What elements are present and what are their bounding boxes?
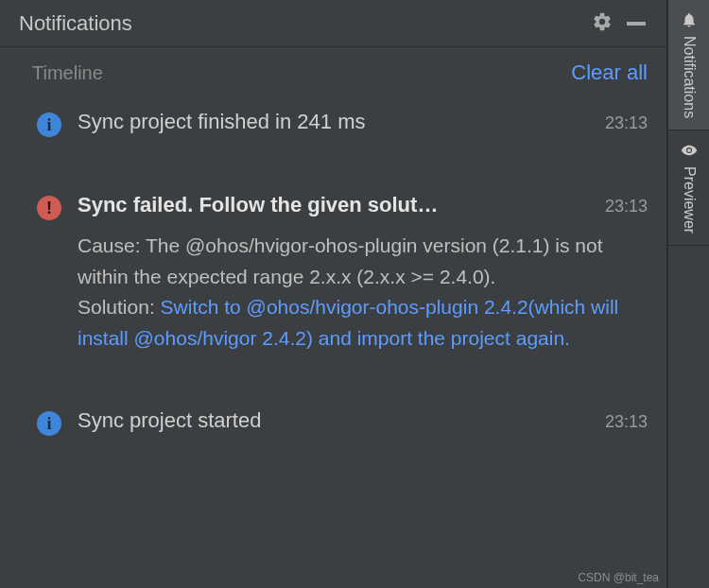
panel-title: Notifications: [19, 11, 581, 36]
rail-tab-notifications[interactable]: Notifications: [668, 0, 709, 130]
timeline-label: Timeline: [32, 62, 571, 84]
solution-label: Solution:: [78, 296, 161, 318]
info-icon: i: [36, 112, 62, 138]
gear-icon: [592, 11, 613, 36]
notification-content: Sync project started 23:13: [78, 408, 648, 433]
error-icon: !: [36, 195, 62, 221]
cause-text: The @ohos/hvigor-ohos-plugin version (2.…: [78, 234, 603, 287]
info-glyph: i: [37, 411, 61, 436]
side-rail: Notifications Previewer: [667, 0, 709, 588]
notification-title: Sync project finished in 241 ms: [78, 110, 596, 134]
cause-label: Cause:: [78, 234, 146, 256]
notifications-list: i Sync project finished in 241 ms 23:13 …: [0, 93, 666, 588]
watermark: CSDN @bit_tea: [578, 571, 659, 584]
minimize-button[interactable]: [623, 10, 649, 37]
error-glyph: !: [37, 196, 61, 220]
bell-icon: [679, 9, 700, 30]
notification-content: Sync project finished in 241 ms 23:13: [78, 110, 648, 134]
info-glyph: i: [37, 112, 61, 137]
settings-button[interactable]: [589, 10, 615, 37]
clear-all-link[interactable]: Clear all: [571, 61, 648, 85]
notification-item[interactable]: ! Sync failed. Follow the given solut… 2…: [4, 176, 666, 359]
notifications-panel: Notifications Timeline Clear all i Sync …: [0, 0, 667, 588]
notification-title: Sync project started: [78, 408, 596, 433]
notification-time: 23:13: [605, 113, 648, 133]
notification-detail: Cause: The @ohos/hvigor-ohos-plugin vers…: [78, 231, 648, 354]
notification-item[interactable]: i Sync project finished in 241 ms 23:13: [4, 93, 666, 144]
rail-tab-label: Notifications: [681, 36, 698, 118]
notification-item[interactable]: i Sync project started 23:13: [4, 391, 666, 442]
notification-time: 23:13: [605, 412, 648, 432]
notification-title: Sync failed. Follow the given solut…: [78, 193, 596, 217]
info-icon: i: [36, 410, 62, 437]
rail-tab-previewer[interactable]: Previewer: [668, 130, 709, 246]
panel-header: Notifications: [0, 0, 666, 47]
notification-time: 23:13: [605, 197, 648, 216]
rail-tab-label: Previewer: [681, 166, 698, 233]
minimize-icon: [627, 22, 646, 26]
panel-subheader: Timeline Clear all: [0, 47, 666, 93]
notification-content: Sync failed. Follow the given solut… 23:…: [78, 193, 648, 354]
eye-icon: [679, 140, 700, 161]
